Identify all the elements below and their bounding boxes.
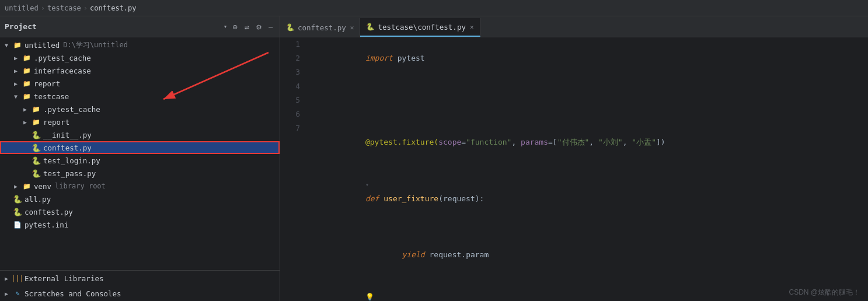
code-content: import pytest @pytest.fixture(scope="fun… [305, 37, 868, 301]
tree-item-report-root[interactable]: ▶ 📁 report [0, 77, 280, 90]
external-libraries-item[interactable]: ▶ ||| External Libraries [0, 271, 280, 286]
folder-icon: 📁 [22, 53, 32, 62]
external-libraries-label: External Libraries [25, 274, 103, 283]
tree-label: .pytest_cache [43, 105, 100, 114]
libs-icon: ||| [13, 274, 22, 283]
tree-arrow: ▶ [5, 290, 12, 297]
tree-item-pytest-cache-tc[interactable]: ▶ 📁 .pytest_cache [0, 103, 280, 116]
split-icon[interactable]: ⇌ [243, 21, 251, 33]
fold-gutter [365, 124, 370, 132]
keyword: import [365, 54, 393, 62]
tree-label-conftest: conftest.py [43, 144, 92, 152]
tree-label: pytest.ini [25, 220, 68, 229]
main-layout: Project ▾ ⊕ ⇌ ⚙ − ▼ 📁 untitled D:\学习\unt… [0, 16, 868, 301]
watermark: CSDN @炫酷的腿毛！ [789, 288, 860, 298]
tab-label: conftest.py [298, 23, 346, 32]
minus-icon[interactable]: − [267, 21, 275, 33]
sidebar-header: Project ▾ ⊕ ⇌ ⚙ − [0, 16, 280, 37]
tree-item-test-pass[interactable]: 🐍 test_pass.py [0, 167, 280, 180]
tree-path: library root [55, 182, 106, 190]
python-file-icon: 🐍 [32, 156, 41, 165]
globe-icon[interactable]: ⊕ [231, 21, 239, 33]
tree-arrow: ▶ [23, 119, 30, 125]
scratches-label: Scratches and Consoles [25, 289, 121, 298]
tree-label: .pytest_cache [34, 54, 91, 62]
code-line-3 [311, 93, 862, 107]
bulb-icon[interactable]: 💡 [365, 293, 374, 301]
scratches-icon: ✎ [13, 289, 22, 298]
sidebar-title: Project [5, 22, 220, 31]
code-line-7: 💡 print("用户管理前置") [311, 276, 862, 301]
scratches-consoles-item[interactable]: ▶ ✎ Scratches and Consoles [0, 286, 280, 301]
tree-item-pytest-cache-root[interactable]: ▶ 📁 .pytest_cache [0, 51, 280, 64]
sidebar: Project ▾ ⊕ ⇌ ⚙ − ▼ 📁 untitled D:\学习\unt… [0, 16, 280, 301]
tree-item-report-tc[interactable]: ▶ 📁 report [0, 116, 280, 128]
line-numbers: 1 2 3 4 5 6 7 [280, 37, 305, 301]
tree-arrow: ▶ [14, 183, 21, 190]
tree-item-pytest-ini[interactable]: 📄 pytest.ini [0, 218, 280, 231]
conftest-file-icon: 🐍 [32, 143, 41, 152]
title-bar: untitled › testcase › conftest.py [0, 0, 868, 16]
code-editor[interactable]: 1 2 3 4 5 6 7 import pytest [280, 37, 868, 301]
keyword: def [365, 194, 379, 203]
ini-file-icon: 📄 [13, 220, 22, 229]
tab-close-button[interactable]: ✕ [350, 24, 354, 32]
tab-close-button[interactable]: ✕ [470, 23, 474, 31]
tree-label: test_pass.py [43, 169, 96, 178]
folder-icon: 📁 [32, 104, 41, 114]
tree-label: testcase [34, 92, 69, 101]
folder-icon: 📁 [22, 181, 32, 191]
tab-testcase-conftest[interactable]: 🐍 testcase\conftest.py ✕ [360, 18, 480, 37]
sidebar-dropdown-icon[interactable]: ▾ [224, 23, 228, 30]
code-line-6: yield request.param [311, 220, 862, 276]
folder-open-icon: 📁 [13, 40, 22, 50]
tree-label: venv [34, 182, 51, 191]
conftest-file-icon: 🐍 [13, 207, 22, 216]
folder-icon: 📁 [32, 117, 41, 127]
breadcrumb-conftest: conftest.py [90, 4, 136, 12]
gear-icon[interactable]: ⚙ [255, 21, 263, 33]
tree-item-interfacecase[interactable]: ▶ 📁 interfacecase [0, 64, 280, 77]
fold-arrow[interactable]: ▾ [365, 181, 369, 188]
code-line-1: import pytest [311, 37, 862, 79]
tree-item-test-login[interactable]: 🐍 test_login.py [0, 154, 280, 167]
tab-file-icon: 🐍 [286, 23, 295, 32]
tree-item-testcase[interactable]: ▼ 📁 testcase [0, 90, 280, 103]
python-file-icon: 🐍 [13, 194, 22, 204]
breadcrumb-untitled: untitled [5, 4, 39, 12]
tree-item-all-py[interactable]: 🐍 all.py [0, 192, 280, 205]
tree-label: __init__.py [43, 131, 92, 139]
sidebar-icons: ⊕ ⇌ ⚙ − [231, 21, 275, 33]
tree-arrow: ▶ [14, 68, 21, 74]
python-file-icon: 🐍 [32, 130, 41, 139]
sidebar-bottom: ▶ ||| External Libraries ▶ ✎ Scratches a… [0, 270, 280, 301]
tree-item-untitled[interactable]: ▼ 📁 untitled D:\学习\untitled [0, 38, 280, 51]
tab-conftest[interactable]: 🐍 conftest.py ✕ [280, 18, 360, 37]
tree-label: test_login.py [43, 156, 100, 165]
tree-arrow: ▶ [14, 55, 21, 61]
breadcrumb-testcase: testcase [47, 4, 81, 12]
code-line-2 [311, 79, 862, 93]
tree-arrow: ▼ [14, 93, 21, 100]
tab-label: testcase\conftest.py [378, 23, 466, 32]
tree-path: D:\学习\untitled [63, 40, 128, 50]
code-line-4: @pytest.fixture(scope="function", params… [311, 107, 862, 163]
tree-label: report [34, 79, 60, 88]
tree-item-conftest-root[interactable]: 🐍 conftest.py [0, 205, 280, 218]
tree-item-init-py[interactable]: 🐍 __init__.py [0, 128, 280, 141]
python-file-icon: 🐍 [32, 169, 41, 178]
function-name: user_fixture [384, 194, 438, 203]
code-line-5: ▾ def user_fixture(request): [311, 163, 862, 220]
folder-open-icon: 📁 [22, 92, 32, 101]
tree-label: interfacecase [34, 66, 91, 75]
folder-icon: 📁 [22, 79, 32, 88]
folder-icon: 📁 [22, 66, 32, 75]
keyword: yield [402, 250, 425, 259]
tab-file-icon: 🐍 [366, 23, 375, 31]
tree-arrow: ▶ [14, 80, 21, 87]
tabs-bar: 🐍 conftest.py ✕ 🐍 testcase\conftest.py ✕ [280, 16, 868, 37]
tree-item-venv[interactable]: ▶ 📁 venv library root [0, 180, 280, 192]
breadcrumb: untitled › testcase › conftest.py [5, 4, 137, 12]
editor-area: 🐍 conftest.py ✕ 🐍 testcase\conftest.py ✕… [280, 16, 868, 301]
tree-item-conftest-selected[interactable]: 🐍 conftest.py [0, 141, 280, 154]
